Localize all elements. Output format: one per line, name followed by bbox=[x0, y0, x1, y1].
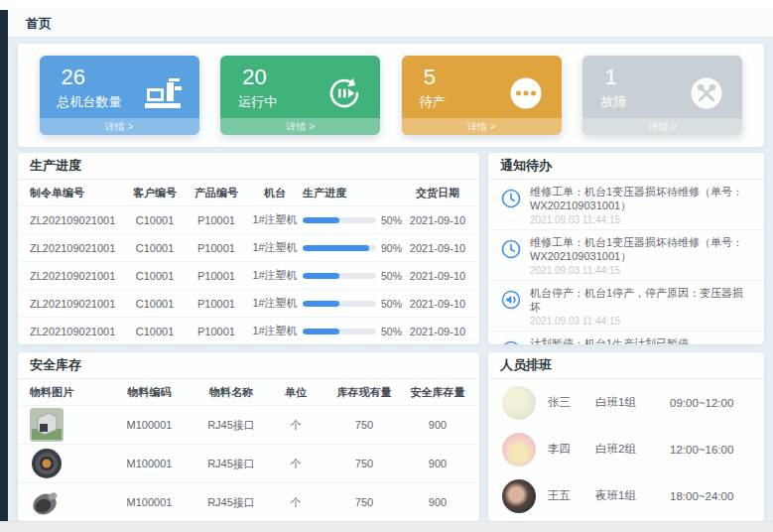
column-header: 物料名称 bbox=[192, 385, 271, 400]
card-waiting[interactable]: 5 待产 详情 > bbox=[402, 56, 562, 135]
card-label: 运行中 bbox=[238, 93, 277, 111]
production-table-header: 制令单编号 客户编号 产品编号 机台 生产进度 交货日期 bbox=[18, 180, 479, 205]
machine-icon bbox=[144, 75, 184, 111]
avatar bbox=[502, 479, 536, 513]
stock-table-header: 物料图片 物料编码 物料名称 单位 库存现有量 安全库存量 bbox=[18, 379, 479, 405]
table-row: ZL202109021001 C10001 P10001 1#注塑机 50% 2… bbox=[18, 317, 479, 344]
stat-cards-panel: 26 总机台数量 详情 > 20 bbox=[18, 44, 764, 147]
column-header: 安全库存量 bbox=[408, 385, 467, 400]
safety-qty: 900 bbox=[408, 496, 467, 508]
notice-item[interactable]: 计划暂停：机台1生产计划已暂停 2021.09.03 11:44:15 bbox=[488, 332, 764, 344]
staff-row: 王五 夜班1组 18:00~24:00 bbox=[488, 472, 764, 519]
card-detail-link[interactable]: 详情 > bbox=[402, 118, 562, 135]
panel-title: 人员排班 bbox=[488, 352, 764, 379]
dashboard-content: 26 总机台数量 详情 > 20 bbox=[8, 38, 773, 521]
machine: 1#注塑机 bbox=[247, 240, 303, 255]
app-window: 首页 26 总机台数量 bbox=[0, 0, 773, 532]
progress-label: 50% bbox=[381, 326, 402, 337]
speaker-icon bbox=[500, 289, 522, 311]
clock-icon bbox=[500, 238, 522, 260]
card-detail-link[interactable]: 详情 > bbox=[40, 118, 199, 135]
rj45-port-photo bbox=[30, 408, 64, 442]
progress-label: 90% bbox=[381, 242, 402, 254]
order-no: ZL202109021001 bbox=[30, 326, 124, 337]
delivery-date: 2021-09-10 bbox=[408, 214, 467, 226]
staff-name: 王五 bbox=[548, 488, 595, 503]
column-header: 单位 bbox=[271, 385, 321, 400]
round-speaker-photo bbox=[30, 447, 64, 480]
card-total-machines[interactable]: 26 总机台数量 详情 > bbox=[40, 56, 199, 135]
table-row: ZL202109021001 C10001 P10001 1#注塑机 50% 2… bbox=[18, 205, 479, 233]
column-header: 制令单编号 bbox=[30, 186, 124, 200]
notice-item[interactable]: 维修工单：机台1变压器损坏待维修（单号：WX202109031001） 2021… bbox=[488, 180, 764, 230]
panel-title: 安全库存 bbox=[18, 352, 479, 379]
progress-label: 50% bbox=[381, 270, 402, 282]
staff-row: 张三 白班1组 09:00~12:00 bbox=[488, 379, 764, 426]
delivery-date: 2021-09-10 bbox=[408, 326, 467, 337]
order-no: ZL202109021001 bbox=[30, 270, 124, 282]
notice-text: 维修工单：机台1变压器损坏待维修（单号：WX202109031001） bbox=[530, 186, 752, 213]
card-value: 20 bbox=[242, 65, 266, 90]
staff-shift: 白班2组 bbox=[595, 442, 670, 457]
staff-schedule-panel: 人员排班 张三 白班1组 09:00~12:00 李四 白班2组 12:00~1… bbox=[488, 352, 764, 521]
tab-home[interactable]: 首页 bbox=[26, 15, 52, 33]
staff-time-range: 12:00~16:00 bbox=[670, 444, 750, 456]
column-header: 物料编码 bbox=[107, 385, 192, 400]
window-bottom-margin bbox=[0, 521, 773, 532]
material-code: M100001 bbox=[107, 458, 192, 469]
product-no: P10001 bbox=[186, 270, 247, 282]
table-row: ZL202109021001 C10001 P10001 1#注塑机 50% 2… bbox=[18, 261, 479, 289]
product-no: P10001 bbox=[186, 326, 247, 337]
material-code: M100001 bbox=[107, 419, 192, 431]
product-no: P10001 bbox=[186, 214, 247, 226]
avatar bbox=[502, 433, 536, 466]
column-header: 客户编号 bbox=[124, 186, 186, 200]
product-no: P10001 bbox=[186, 242, 247, 254]
column-header: 生产进度 bbox=[303, 186, 408, 200]
card-label: 总机台数量 bbox=[58, 93, 122, 111]
notice-item[interactable]: 机台停产：机台1停产，停产原因：变压器损坏 2021.09.03 11:44:1… bbox=[488, 281, 764, 332]
delivery-date: 2021-09-10 bbox=[408, 270, 467, 282]
notice-text: 机台停产：机台1停产，停产原因：变压器损坏 bbox=[530, 287, 752, 315]
card-detail-link[interactable]: 详情 > bbox=[582, 118, 742, 135]
progress-bar: 90% bbox=[303, 242, 408, 254]
progress-label: 50% bbox=[381, 298, 402, 310]
customer-no: C10001 bbox=[124, 214, 186, 226]
safety-stock-panel: 安全库存 物料图片 物料编码 物料名称 单位 库存现有量 安全库存量 bbox=[18, 352, 479, 521]
progress-bar: 50% bbox=[303, 270, 408, 282]
card-running[interactable]: 20 运行中 详情 > bbox=[220, 56, 380, 135]
table-row: ZL202109021001 C10001 P10001 1#注塑机 90% 2… bbox=[18, 233, 479, 261]
panel-title: 通知待办 bbox=[488, 153, 764, 180]
customer-no: C10001 bbox=[124, 242, 186, 254]
speaker-icon bbox=[500, 339, 522, 344]
repair-tools-icon bbox=[687, 75, 726, 111]
notifications-panel: 通知待办 维修工单：机台1变压器损坏待维修（单号：WX202109031001）… bbox=[488, 153, 764, 344]
material-name: RJ45接口 bbox=[192, 495, 271, 510]
window-top-margin bbox=[0, 0, 773, 10]
table-row: M100001 RJ45接口 个 750 900 bbox=[18, 405, 479, 444]
delivery-date: 2021-09-10 bbox=[408, 242, 467, 254]
staff-row: 李四 白班2组 12:00~16:00 bbox=[488, 426, 764, 472]
material-name: RJ45接口 bbox=[192, 457, 271, 471]
card-fault[interactable]: 1 故障 详情 > bbox=[582, 56, 742, 135]
avatar bbox=[502, 386, 536, 420]
material-code: M100001 bbox=[107, 496, 192, 508]
product-no: P10001 bbox=[186, 298, 247, 310]
staff-time-range: 09:00~12:00 bbox=[670, 397, 750, 409]
notice-text: 维修工单：机台1变压器损坏待维修（单号：WX202109031001） bbox=[530, 236, 752, 264]
stock-qty: 750 bbox=[321, 496, 408, 508]
notice-item[interactable]: 维修工单：机台1变压器损坏待维修（单号：WX202109031001） 2021… bbox=[488, 230, 764, 281]
card-detail-link[interactable]: 详情 > bbox=[220, 118, 380, 135]
card-label: 故障 bbox=[600, 93, 626, 111]
notice-time: 2021.09.03 11:44:15 bbox=[530, 214, 752, 225]
card-value: 5 bbox=[424, 65, 436, 90]
sidebar-edge[interactable] bbox=[0, 10, 8, 521]
column-header: 库存现有量 bbox=[321, 385, 408, 400]
progress-label: 50% bbox=[381, 214, 402, 226]
production-progress-panel: 生产进度 制令单编号 客户编号 产品编号 机台 生产进度 交货日期 ZL2021… bbox=[18, 153, 479, 344]
machine: 1#注塑机 bbox=[247, 296, 303, 311]
table-row: M100001 RJ45接口 个 750 900 bbox=[18, 444, 479, 482]
progress-bar: 50% bbox=[303, 214, 408, 226]
card-label: 待产 bbox=[420, 93, 446, 111]
stock-qty: 750 bbox=[321, 458, 408, 469]
